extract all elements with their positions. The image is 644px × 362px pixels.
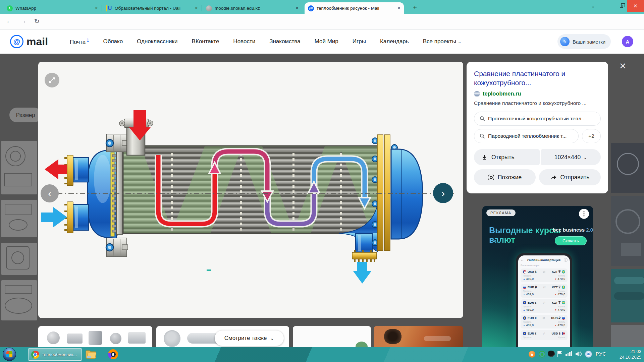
ad-headline-line2: валют <box>489 235 515 244</box>
open-button[interactable]: Открыть <box>474 149 540 165</box>
more-queries-chip[interactable]: +2 <box>582 129 601 143</box>
ad-banner[interactable]: РЕКЛАМА Выгодные курсы валют bcc busines… <box>482 206 593 362</box>
similar-images-button[interactable]: Похожие <box>474 169 536 185</box>
chrome-icon <box>31 351 39 359</box>
send-icon <box>550 174 557 180</box>
related-image-thumbnail[interactable] <box>374 326 463 350</box>
currency-row: EUR €⇄KZT ₸ ПродатьКупить ▲ 469,0▼ 470,0 <box>521 299 568 313</box>
nav-item-myworld[interactable]: Мой Мир <box>315 38 338 45</box>
browser-tab-strip: WhatsApp ✕ U Образовательный портал - Ua… <box>0 0 644 14</box>
tab-whatsapp[interactable]: WhatsApp ✕ <box>3 2 101 14</box>
related-query-chip[interactable]: Пароводяной теплообменник т... <box>474 129 579 143</box>
phone-section-label: Валютные пары <box>521 264 568 267</box>
new-tab-button[interactable]: + <box>410 3 420 12</box>
similar-label: Похожие <box>498 174 522 181</box>
send-button[interactable]: Отправить <box>539 169 601 185</box>
notes-label: Ваши заметки <box>573 39 605 45</box>
background-thumbnail <box>1 141 37 194</box>
eu-flag-icon <box>523 301 526 304</box>
mail-logo-text: mail <box>26 36 48 48</box>
related-query-chip[interactable]: Противоточный кожухотрубчатый тепл... <box>474 112 601 126</box>
eu-flag-icon <box>523 316 526 320</box>
mail-count-badge: 1 <box>87 38 89 43</box>
ad-menu-button[interactable] <box>579 209 589 219</box>
currency-row: EUR €⇄RUB ₽ ПродатьКупить ▲ 469,0▼ 470,0 <box>521 315 568 328</box>
fullscreen-expand-button[interactable] <box>45 73 59 87</box>
down-triangle-icon: ▼ <box>554 278 557 280</box>
tray-app-icon[interactable] <box>548 351 555 357</box>
mailru-logo[interactable]: @ mail <box>10 35 48 48</box>
close-window-button[interactable]: ✕ <box>627 0 644 12</box>
size-label: 1024×440 <box>554 154 581 161</box>
clock-date: 24.10.2025 <box>612 354 641 360</box>
taskbar-avast-browser-button[interactable] <box>108 349 118 359</box>
forward-icon[interactable]: → <box>20 17 26 25</box>
prev-image-button[interactable]: ‹ <box>41 184 59 202</box>
nav-item-odnoklassniki[interactable]: Одноклассники <box>137 38 177 45</box>
moodle-globe-icon <box>206 5 212 11</box>
nav-item-games[interactable]: Игры <box>353 38 366 45</box>
site-favicon <box>474 91 480 97</box>
background-thumbnail <box>611 143 644 193</box>
chevron-down-icon: ⌄ <box>458 39 462 44</box>
tray-flag-icon[interactable] <box>557 350 563 358</box>
mail-at-icon: @ <box>10 35 23 48</box>
see-also-button[interactable]: Смотрите также ⌄ <box>215 330 284 346</box>
related-image-thumbnail[interactable] <box>293 326 371 350</box>
kebab-menu-icon <box>583 211 585 217</box>
nav-item-all-projects[interactable]: Все проекты ⌄ <box>423 38 462 45</box>
tab-education-portal[interactable]: U Образовательный портал - Uali ✕ <box>103 2 201 14</box>
language-indicator[interactable]: РУС <box>596 351 606 357</box>
tab-active-mail[interactable]: @ теплообменник рисунок - Mail ✕ <box>305 2 404 14</box>
back-icon[interactable]: ← <box>6 17 12 25</box>
swap-icon: ⇄ <box>538 286 551 289</box>
ad-download-button[interactable]: Скачать <box>555 236 587 245</box>
ad-brand-name: bcc business <box>553 227 585 233</box>
next-image-button[interactable]: › <box>433 183 453 203</box>
reload-icon[interactable]: ↻ <box>34 17 40 25</box>
nav-item-news[interactable]: Новости <box>233 38 255 45</box>
tab-moodle[interactable]: moodle.shokan.edu.kz ✕ <box>203 2 302 14</box>
image-info-panel: Сравнение пластинчатого и кожухотрубного… <box>467 62 608 193</box>
result-title-link[interactable]: Сравнение пластинчатого и кожухотрубного… <box>474 69 601 87</box>
tab-close-icon[interactable]: ✕ <box>296 6 299 10</box>
mail-avatar[interactable]: A <box>622 36 633 47</box>
tray-antivirus-icon[interactable] <box>539 351 545 358</box>
open-label: Открыть <box>491 154 515 161</box>
restore-button[interactable] <box>615 0 627 12</box>
taskbar-explorer-button[interactable] <box>85 350 97 359</box>
us-flag-icon <box>523 270 526 274</box>
taskbar-chrome-task[interactable]: теплообменник... <box>28 348 82 361</box>
tab-search-chevron-icon[interactable]: ⌄ <box>587 0 599 12</box>
tab-close-icon[interactable]: ✕ <box>195 6 198 10</box>
notes-button[interactable]: ✎ Ваши заметки <box>557 34 611 49</box>
down-triangle-icon: ▼ <box>554 324 557 326</box>
taskbar-clock[interactable]: 21:03 24.10.2025 <box>612 349 641 360</box>
minimize-button[interactable]: — <box>602 0 614 12</box>
tab-close-icon[interactable]: ✕ <box>95 6 98 10</box>
nav-item-dating[interactable]: Знакомства <box>269 38 300 45</box>
lightbox-close-button[interactable]: ✕ <box>617 60 629 72</box>
tab-label: WhatsApp <box>15 6 92 11</box>
size-filter-chip[interactable]: Размер <box>9 108 42 122</box>
start-button[interactable] <box>3 348 16 361</box>
tab-label: теплообменник рисунок - Mail <box>317 6 395 11</box>
background-thumbnail <box>611 325 644 347</box>
nav-item-calendar[interactable]: Календарь <box>380 38 409 45</box>
related-image-thumbnail[interactable] <box>38 326 152 350</box>
mail-favicon: @ <box>308 5 314 11</box>
up-triangle-icon: ▲ <box>523 309 525 311</box>
tray-network-icon[interactable] <box>566 351 572 356</box>
nav-item-mail[interactable]: Почта1 <box>70 38 89 46</box>
heat-exchanger-image <box>38 62 463 318</box>
tray-avast-icon[interactable] <box>529 351 535 358</box>
nav-item-cloud[interactable]: Облако <box>103 38 123 45</box>
nav-item-vkontakte[interactable]: ВКонтакте <box>192 38 219 45</box>
image-size-button[interactable]: 1024×440 ⌄ <box>541 149 601 165</box>
tray-chromium-icon[interactable] <box>585 351 592 358</box>
tray-volume-icon[interactable] <box>575 351 582 357</box>
ad-brand: bcc business 2.0 <box>553 227 593 233</box>
source-link[interactable]: teploobmen.ru <box>483 90 521 97</box>
tab-close-icon[interactable]: ✕ <box>397 6 400 10</box>
tab-separator <box>202 5 202 11</box>
